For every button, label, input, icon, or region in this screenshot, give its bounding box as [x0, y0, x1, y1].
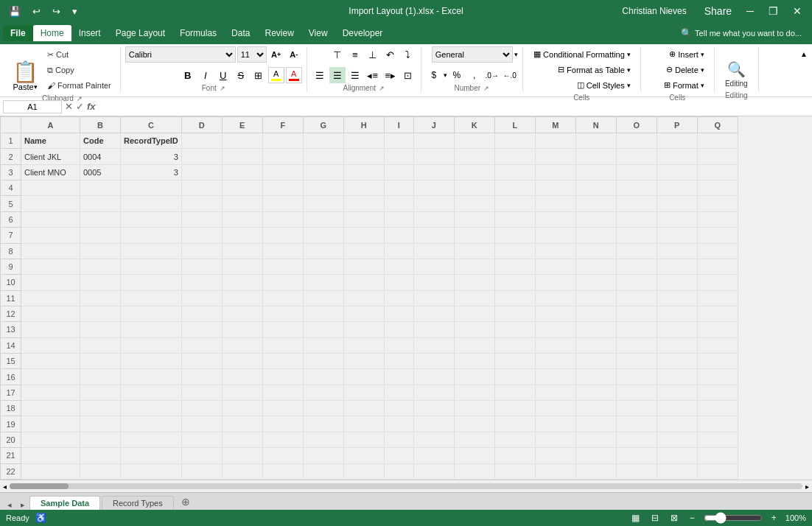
cell-F13[interactable] [262, 322, 303, 337]
cell-G5[interactable] [303, 196, 343, 211]
cell-N2[interactable] [575, 149, 616, 164]
cell-L4[interactable] [494, 180, 535, 196]
cell-G7[interactable] [303, 228, 343, 243]
cell-K14[interactable] [454, 337, 494, 353]
cell-K16[interactable] [454, 369, 494, 385]
cell-D2[interactable] [181, 149, 222, 164]
cell-Q8[interactable] [697, 243, 738, 259]
cell-A16[interactable] [21, 369, 80, 385]
cell-F1[interactable] [262, 133, 303, 149]
sheet-tab-record-types[interactable]: Record Types [102, 496, 174, 510]
cell-L5[interactable] [494, 196, 535, 211]
cell-E15[interactable] [222, 354, 262, 369]
restore-button[interactable]: ❐ [764, 0, 783, 22]
col-header-A[interactable]: A [21, 117, 80, 133]
cell-E22[interactable] [222, 463, 262, 479]
alignment-expand-icon[interactable]: ↗ [379, 85, 385, 92]
cell-Q18[interactable] [697, 401, 738, 416]
cell-O13[interactable] [616, 322, 657, 337]
zoom-slider[interactable] [704, 512, 763, 524]
cell-P17[interactable] [657, 385, 697, 400]
cell-C9[interactable] [121, 259, 182, 274]
col-header-K[interactable]: K [454, 117, 494, 133]
cell-J6[interactable] [413, 211, 454, 227]
cell-B9[interactable] [80, 259, 121, 274]
cell-C10[interactable] [121, 275, 182, 290]
cell-L21[interactable] [494, 448, 535, 463]
cell-K19[interactable] [454, 416, 494, 432]
indent-decrease-button[interactable]: ◂≡ [365, 67, 381, 83]
font-size-select[interactable]: 11 [237, 46, 267, 63]
cell-I14[interactable] [384, 337, 413, 353]
cell-B14[interactable] [80, 337, 121, 353]
cell-L12[interactable] [494, 306, 535, 321]
cell-F6[interactable] [262, 211, 303, 227]
cell-E6[interactable] [222, 211, 262, 227]
cell-J11[interactable] [413, 290, 454, 306]
cell-O7[interactable] [616, 228, 657, 243]
cell-G8[interactable] [303, 243, 343, 259]
cell-D12[interactable] [181, 306, 222, 321]
cell-A2[interactable]: Client JKL [21, 149, 80, 164]
menu-data[interactable]: Data [224, 25, 257, 41]
row-header-20[interactable]: 20 [1, 432, 21, 447]
cell-E1[interactable] [222, 133, 262, 149]
cell-I1[interactable] [384, 133, 413, 149]
align-right-button[interactable]: ☰ [347, 67, 363, 83]
cell-F8[interactable] [262, 243, 303, 259]
cell-D20[interactable] [181, 432, 222, 447]
row-header-14[interactable]: 14 [1, 337, 21, 353]
cell-D5[interactable] [181, 196, 222, 211]
cell-C5[interactable] [121, 196, 182, 211]
row-header-11[interactable]: 11 [1, 290, 21, 306]
cell-P12[interactable] [657, 306, 697, 321]
menu-view[interactable]: View [301, 25, 335, 41]
cell-G4[interactable] [303, 180, 343, 196]
cell-M14[interactable] [535, 337, 575, 353]
cell-B15[interactable] [80, 354, 121, 369]
align-top-button[interactable]: ⊤ [329, 46, 346, 63]
cell-G6[interactable] [303, 211, 343, 227]
cell-F18[interactable] [262, 401, 303, 416]
col-header-L[interactable]: L [494, 117, 535, 133]
cell-A5[interactable] [21, 196, 80, 211]
col-header-O[interactable]: O [616, 117, 657, 133]
cell-D7[interactable] [181, 228, 222, 243]
menu-developer[interactable]: Developer [335, 25, 391, 41]
cell-G9[interactable] [303, 259, 343, 274]
cell-L6[interactable] [494, 211, 535, 227]
font-family-select[interactable]: Calibri [125, 46, 236, 63]
cell-K18[interactable] [454, 401, 494, 416]
cell-K9[interactable] [454, 259, 494, 274]
cell-A8[interactable] [21, 243, 80, 259]
cell-C11[interactable] [121, 290, 182, 306]
col-header-C[interactable]: C [121, 117, 182, 133]
increase-decimal-button[interactable]: .0→ [484, 67, 500, 83]
cell-C15[interactable] [121, 354, 182, 369]
cell-E13[interactable] [222, 322, 262, 337]
cell-H12[interactable] [343, 306, 384, 321]
row-header-8[interactable]: 8 [1, 243, 21, 259]
row-header-7[interactable]: 7 [1, 228, 21, 243]
cell-A12[interactable] [21, 306, 80, 321]
cell-L13[interactable] [494, 322, 535, 337]
cell-E5[interactable] [222, 196, 262, 211]
row-header-1[interactable]: 1 [1, 133, 21, 149]
cell-M9[interactable] [535, 259, 575, 274]
cell-Q1[interactable] [697, 133, 738, 149]
cell-M1[interactable] [535, 133, 575, 149]
cell-K7[interactable] [454, 228, 494, 243]
cell-D14[interactable] [181, 337, 222, 353]
cell-B21[interactable] [80, 448, 121, 463]
cell-A13[interactable] [21, 322, 80, 337]
cell-L9[interactable] [494, 259, 535, 274]
cell-M15[interactable] [535, 354, 575, 369]
cell-O6[interactable] [616, 211, 657, 227]
cell-H11[interactable] [343, 290, 384, 306]
scroll-thumb[interactable] [10, 483, 69, 489]
cell-J12[interactable] [413, 306, 454, 321]
cell-Q19[interactable] [697, 416, 738, 432]
cell-E9[interactable] [222, 259, 262, 274]
undo-icon[interactable]: ↩ [29, 6, 43, 17]
cell-L18[interactable] [494, 401, 535, 416]
